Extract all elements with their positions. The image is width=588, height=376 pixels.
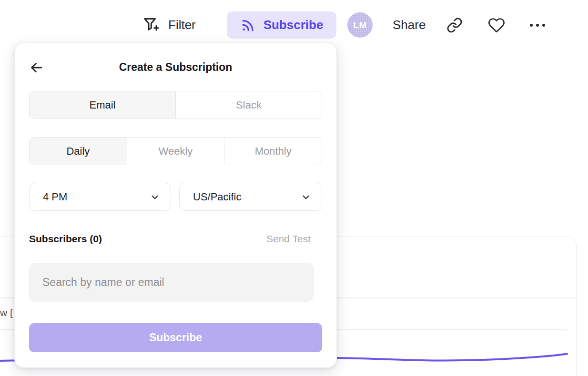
filter-label: Filter [168, 18, 196, 32]
time-select-value: 4 PM [43, 191, 67, 203]
timezone-select-value: US/Pacific [193, 191, 241, 203]
ellipsis-icon [528, 20, 547, 31]
more-options-button[interactable] [528, 16, 547, 35]
share-button[interactable]: Share [393, 16, 426, 33]
subscriber-search-input[interactable] [29, 263, 314, 302]
favorite-button[interactable] [487, 16, 506, 35]
filter-plus-icon [142, 15, 161, 34]
frequency-tabs: Daily Weekly Monthly [29, 137, 322, 165]
subscribe-toolbar-button[interactable]: Subscribe [227, 11, 336, 39]
create-subscription-modal: Create a Subscription Email Slack Daily … [14, 43, 337, 368]
modal-title: Create a Subscription [15, 61, 336, 74]
filter-button[interactable]: Filter [142, 14, 196, 35]
background-clipped-text: w [ [0, 307, 13, 318]
timezone-select[interactable]: US/Pacific [179, 183, 322, 211]
chevron-down-icon [150, 192, 160, 202]
share-label: Share [393, 18, 426, 32]
tab-weekly[interactable]: Weekly [127, 138, 224, 165]
tab-daily[interactable]: Daily [30, 138, 127, 165]
link-icon [446, 17, 463, 33]
page: w [ Filter Subscribe LM Share [0, 0, 588, 376]
avatar-initials: LM [353, 20, 366, 30]
rss-icon [240, 18, 255, 33]
tab-email[interactable]: Email [30, 91, 175, 119]
subscribe-label: Subscribe [264, 18, 324, 32]
heart-icon [488, 17, 505, 34]
avatar[interactable]: LM [347, 12, 373, 38]
send-test-button[interactable]: Send Test [266, 233, 311, 245]
subscribers-count-label: Subscribers (0) [29, 233, 102, 245]
time-select[interactable]: 4 PM [29, 183, 171, 211]
chevron-down-icon [301, 192, 311, 202]
tab-slack[interactable]: Slack [175, 91, 322, 119]
copy-link-button[interactable] [445, 16, 464, 35]
channel-tabs: Email Slack [29, 91, 322, 119]
subscribe-submit-button[interactable]: Subscribe [29, 323, 322, 352]
tab-monthly[interactable]: Monthly [224, 138, 322, 165]
